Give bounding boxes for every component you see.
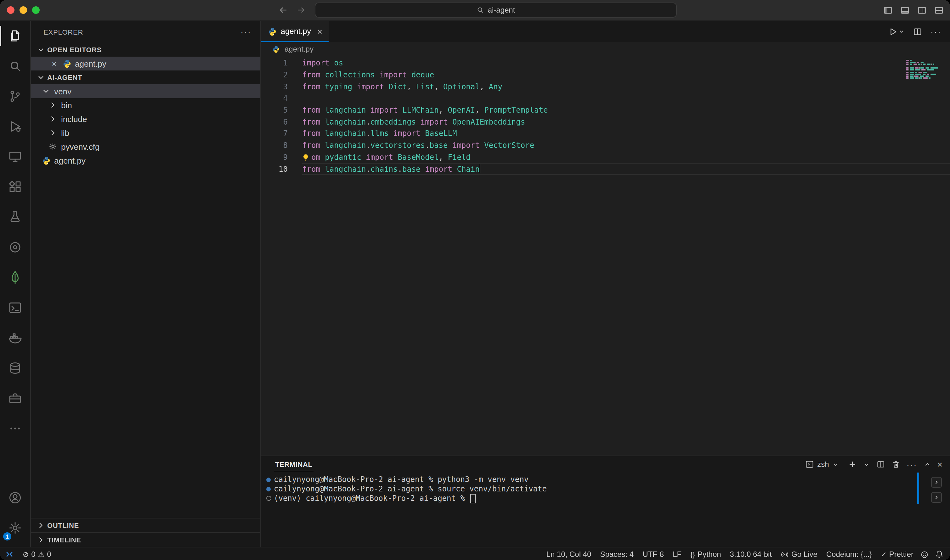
statusbar-right: Ln 10, Col 40Spaces: 4UTF-8LF{}Python3.1… [542, 550, 918, 559]
code-line[interactable]: 10from langchain.chains.base import Chai… [261, 163, 950, 175]
terminal-tab[interactable]: TERMINAL [274, 457, 313, 471]
explorer-icon[interactable] [0, 21, 30, 51]
terminal-instance-zsh[interactable]: zsh [805, 460, 839, 469]
indentation[interactable]: Spaces: 4 [595, 550, 638, 559]
broadcast-icon [780, 550, 789, 558]
code-line[interactable]: 1import os [261, 57, 950, 69]
code-line[interactable]: 4 [261, 92, 950, 104]
docker-icon[interactable] [0, 323, 30, 353]
kill-terminal-icon[interactable] [891, 460, 900, 469]
python-version[interactable]: 3.10.0 64-bit [726, 550, 776, 559]
code-line[interactable]: 3from typing import Dict, List, Optional… [261, 81, 950, 92]
explorer-more-actions-icon[interactable]: ··· [241, 27, 251, 37]
cursor-position[interactable]: Ln 10, Col 40 [542, 550, 596, 559]
activity-bar-top [0, 21, 30, 444]
customize-layout-icon[interactable] [934, 5, 944, 15]
toggle-secondary-sidebar-icon[interactable] [917, 5, 927, 15]
lightbulb-icon[interactable] [300, 152, 311, 163]
account-icon[interactable] [0, 483, 30, 513]
file-pyvenv-cfg[interactable]: pyvenv.cfg [31, 140, 260, 154]
command-center-search[interactable]: ai-agent [315, 3, 677, 18]
source-control-icon[interactable] [0, 81, 30, 111]
folder-bin[interactable]: bin [31, 98, 260, 112]
tab-agent-py[interactable]: agent.py × [261, 21, 329, 42]
problems-status[interactable]: ⊘ 0 ⚠ 0 [19, 550, 55, 559]
line-number: 5 [261, 106, 288, 114]
run-python-file-button[interactable] [888, 27, 905, 36]
terminal-line[interactable]: cailynyong@MacBook-Pro-2 ai-agent % sour… [261, 485, 950, 494]
breadcrumb-item[interactable]: agent.py [285, 45, 313, 54]
close-panel-icon[interactable]: × [938, 459, 942, 469]
notifications-bell-icon[interactable] [935, 550, 944, 559]
remote-indicator-icon[interactable] [0, 548, 19, 560]
remote-explorer-icon[interactable] [0, 142, 30, 172]
eol[interactable]: LF [668, 550, 686, 559]
mongodb-leaf-icon[interactable] [0, 262, 30, 292]
maximize-panel-icon[interactable] [924, 461, 931, 468]
more-icon[interactable] [0, 413, 30, 444]
run-dropdown-icon[interactable] [898, 28, 905, 35]
line-number: 4 [261, 94, 288, 103]
code-line[interactable]: 8from langchain.vectorstores.base import… [261, 140, 950, 151]
scroll-to-next-command-button[interactable] [931, 492, 942, 503]
item-label: bin [61, 100, 72, 110]
navigate-back-icon[interactable] [278, 5, 288, 15]
search-icon[interactable] [0, 51, 30, 81]
command-decoration-icon[interactable] [266, 478, 271, 482]
ring-icon[interactable] [0, 232, 30, 262]
traffic-lights [0, 6, 40, 14]
feedback-icon[interactable] [921, 550, 928, 558]
minimize-window-button[interactable] [20, 6, 27, 14]
chevron-right-icon [48, 128, 58, 138]
code-line[interactable]: 6from langchain.embeddings import OpenAI… [261, 116, 950, 128]
terminal-line[interactable]: cailynyong@MacBook-Pro-2 ai-agent % pyth… [261, 475, 950, 485]
file-agent-py[interactable]: agent.py [31, 154, 260, 168]
zoom-window-button[interactable] [32, 6, 40, 14]
code-line[interactable]: 7from langchain.llms import BaseLLM [261, 128, 950, 139]
settings-gear-icon[interactable]: 1 [0, 513, 30, 543]
split-terminal-icon[interactable] [876, 460, 885, 469]
console-icon[interactable] [0, 292, 30, 323]
command-decoration-icon[interactable] [266, 496, 271, 501]
run-debug-icon[interactable] [0, 111, 30, 142]
prettier[interactable]: ✓Prettier [876, 550, 918, 559]
close-tab-icon[interactable]: × [317, 26, 322, 37]
code-line[interactable]: 5from langchain import LLMChain, OpenAI,… [261, 105, 950, 116]
minimap[interactable] [906, 60, 941, 79]
code-line[interactable]: 2from collections import deque [261, 69, 950, 80]
database-icon[interactable] [0, 353, 30, 383]
terminal-more-actions-icon[interactable]: ··· [907, 459, 917, 469]
language-mode[interactable]: {}Python [686, 550, 725, 559]
code-line[interactable]: 9from pydantic import BaseModel, Field [261, 151, 950, 163]
scroll-to-previous-command-button[interactable] [931, 477, 942, 488]
toggle-primary-sidebar-icon[interactable] [883, 5, 893, 15]
section-outline[interactable]: OUTLINE [31, 518, 260, 532]
breadcrumb[interactable]: agent.py [261, 42, 950, 56]
navigate-forward-icon[interactable] [296, 5, 306, 15]
codeium[interactable]: Codeium: {...} [822, 550, 876, 559]
sidebar-title: EXPLORER [43, 28, 83, 35]
terminal-line[interactable]: (venv) cailynyong@MacBook-Pro-2 ai-agent… [261, 494, 950, 503]
command-decoration-icon[interactable] [266, 487, 271, 491]
extensions-icon[interactable] [0, 172, 30, 202]
go-live[interactable]: Go Live [776, 550, 822, 559]
toolbox-icon[interactable] [0, 383, 30, 413]
editor-more-actions-icon[interactable]: ··· [930, 26, 941, 37]
close-editor-icon[interactable]: × [50, 59, 59, 68]
folder-lib[interactable]: lib [31, 126, 260, 140]
close-window-button[interactable] [7, 6, 14, 14]
workspace-header[interactable]: AI-AGENT [31, 71, 260, 84]
split-editor-icon[interactable] [913, 27, 922, 36]
launch-profile-dropdown-icon[interactable] [863, 461, 870, 468]
encoding[interactable]: UTF-8 [638, 550, 668, 559]
open-editor-item[interactable]: ×agent.py [31, 57, 260, 71]
new-terminal-icon[interactable] [848, 460, 857, 469]
testing-icon[interactable] [0, 202, 30, 232]
code-editor[interactable]: 1import os2from collections import deque… [261, 56, 950, 455]
folder-venv[interactable]: venv [31, 84, 260, 98]
toggle-panel-icon[interactable] [900, 5, 910, 15]
section-timeline[interactable]: TIMELINE [31, 532, 260, 547]
folder-include[interactable]: include [31, 112, 260, 126]
terminal-profile-dropdown-icon[interactable] [832, 461, 839, 468]
open-editors-header[interactable]: OPEN EDITORS [31, 43, 260, 57]
